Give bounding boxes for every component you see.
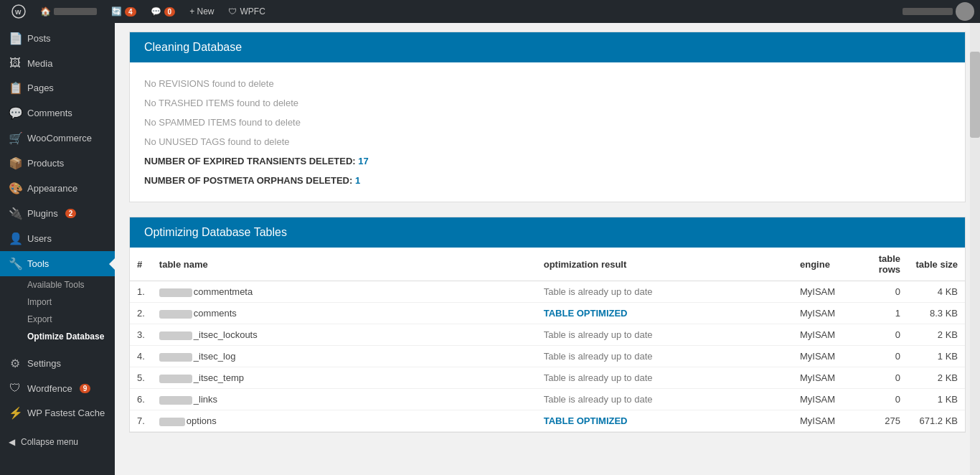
sidebar-item-wp-fastest-cache[interactable]: ⚡ WP Fastest Cache [0,400,115,425]
row-size: 4 KB [908,281,965,303]
row-name: _links [152,389,537,410]
sidebar-item-pages-label: Pages [27,83,54,93]
sidebar-item-appearance[interactable]: 🎨 Appearance [0,176,115,201]
sidebar-sub-available-tools[interactable]: Available Tools [0,276,115,293]
products-icon: 📦 [9,156,22,170]
sidebar-sub-import[interactable]: Import [0,293,115,311]
optimizing-database-section: Optimizing Database Tables # table name … [129,217,966,433]
sidebar-item-comments[interactable]: 💬 Comments [0,100,115,126]
row-rows: 0 [850,324,908,346]
row-engine: MyISAM [793,324,850,346]
comments-icon: 💬 [151,6,161,17]
row-name: commentmeta [152,281,537,303]
sidebar-item-posts[interactable]: 📄 Posts [0,26,115,51]
sidebar-item-products[interactable]: 📦 Products [0,151,115,176]
adminbar-new[interactable]: + New [184,0,220,23]
sidebar-item-wordfence[interactable]: 🛡 Wordfence 9 [0,376,115,400]
sidebar-item-users[interactable]: 👤 Users [0,226,115,251]
comments-menu-icon: 💬 [9,106,22,120]
row-size: 1 KB [908,389,965,410]
row-name: _itsec_temp [152,367,537,389]
row-name: comments [152,303,537,324]
table-name-text: _itsec_log [194,351,236,362]
col-size: table size [908,248,965,281]
orphans-value: 1 [355,175,360,186]
trashed-msg: No TRASHED ITEMS found to delete [144,93,951,113]
transients-value: 17 [358,156,368,166]
col-rows: table rows [850,248,908,281]
table-name-text: commentmeta [194,286,253,297]
sidebar-item-appearance-label: Appearance [27,183,77,194]
sidebar-item-plugins[interactable]: 🔌 Plugins 2 [0,201,115,226]
adminbar-home[interactable]: 🏠 [34,0,103,23]
prefix-blurred [159,418,185,426]
scrollbar-thumb[interactable] [970,52,980,138]
table-name-text: _itsec_temp [194,372,244,383]
row-name: _itsec_log [152,346,537,367]
collapse-label: Collapse menu [21,437,78,447]
sidebar-item-pages[interactable]: 📋 Pages [0,75,115,100]
table-name-text: options [187,415,217,426]
media-icon: 🖼 [9,57,22,70]
plugins-icon: 🔌 [9,207,22,220]
row-result: Table is already up to date [537,346,793,367]
scrollbar-area[interactable] [970,23,980,475]
row-result: TABLE OPTIMIZED [537,410,793,432]
active-arrow [109,258,115,270]
users-icon: 👤 [9,232,22,245]
row-engine: MyISAM [793,367,850,389]
adminbar-plugin[interactable]: 🛡 WPFC [222,0,270,23]
adminbar-updates[interactable]: 🔄 4 [105,0,142,23]
spammed-msg: No SPAMMED ITEMS found to delete [144,113,951,132]
table-name-text: _links [194,394,217,405]
adminbar-wp-logo[interactable]: W [6,0,32,23]
pages-icon: 📋 [9,81,22,95]
db-table: # table name optimization result engine … [130,248,965,432]
sidebar-item-tools-label: Tools [27,258,49,269]
sidebar-item-settings[interactable]: ⚙ Settings [0,351,115,376]
prefix-blurred [159,396,192,405]
sidebar-item-tools[interactable]: 🔧 Tools [0,251,115,276]
cleaning-database-section: Cleaning Database No REVISIONS found to … [129,32,966,202]
user-avatar[interactable] [956,2,974,21]
sidebar-item-products-label: Products [27,158,64,169]
table-row: 1.commentmetaTable is already up to date… [130,281,965,303]
sidebar-item-woocommerce[interactable]: 🛒 WooCommerce [0,126,115,151]
sidebar-sub-export[interactable]: Export [0,311,115,328]
collapse-icon: ◀ [9,437,15,447]
transients-line: NUMBER OF EXPIRED TRANSIENTS DELETED: 17 [144,151,951,171]
row-size: 671.2 KB [908,410,965,432]
adminbar-comments[interactable]: 💬 0 [145,0,182,23]
sidebar-sub-optimize-database[interactable]: Optimize Database [0,328,115,345]
sidebar-item-cache-label: WP Fastest Cache [27,408,105,418]
row-num: 5. [130,367,152,389]
prefix-blurred [159,375,192,383]
plugin-name: WPFC [240,6,265,17]
col-num: # [130,248,152,281]
row-rows: 275 [850,410,908,432]
table-row: 2.commentsTABLE OPTIMIZEDMyISAM18.3 KB [130,303,965,324]
available-tools-label: Available Tools [27,280,85,290]
collapse-menu-button[interactable]: ◀ Collapse menu [0,431,115,453]
orphans-label: NUMBER OF POSTMETA ORPHANS DELETED: [144,175,352,186]
row-num: 3. [130,324,152,346]
col-name: table name [152,248,537,281]
sidebar-item-plugins-label: Plugins [27,208,58,219]
export-label: Export [27,314,52,324]
optimizing-body: # table name optimization result engine … [130,248,965,432]
row-rows: 0 [850,367,908,389]
row-num: 1. [130,281,152,303]
prefix-blurred [159,288,192,297]
sidebar-item-media[interactable]: 🖼 Media [0,51,115,75]
plugins-badge: 2 [65,209,77,218]
row-result: Table is already up to date [537,367,793,389]
site-name-blurred [54,8,97,15]
import-label: Import [27,297,52,307]
row-result: Table is already up to date [537,324,793,346]
row-result: TABLE OPTIMIZED [537,303,793,324]
tools-icon: 🔧 [9,257,22,271]
row-rows: 0 [850,389,908,410]
user-info-blurred [903,8,953,15]
table-row: 3._itsec_lockoutsTable is already up to … [130,324,965,346]
sidebar: 📄 Posts 🖼 Media 📋 Pages 💬 Comments 🛒 Woo… [0,23,115,475]
